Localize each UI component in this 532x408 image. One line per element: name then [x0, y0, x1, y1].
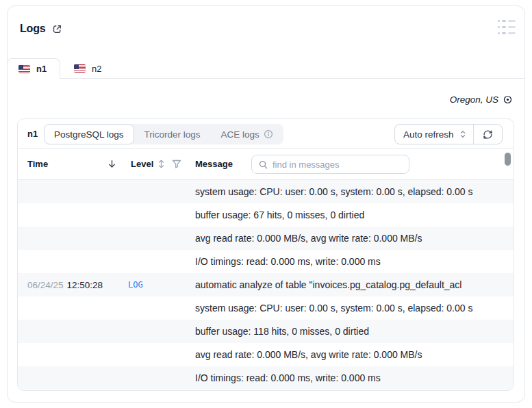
- scrollbar-thumb[interactable]: [505, 153, 511, 166]
- tab-n2-label: n2: [92, 64, 101, 74]
- tab-postgresql-logs[interactable]: PostgreSQL logs: [44, 124, 134, 144]
- auto-refresh-select[interactable]: Auto refresh: [395, 125, 474, 144]
- filter-icon[interactable]: [172, 149, 181, 179]
- log-message: system usage: CPU: user: 0.00 s, system:…: [195, 180, 472, 203]
- log-time: [27, 343, 31, 366]
- log-message: avg read rate: 0.000 MB/s, avg write rat…: [195, 227, 422, 250]
- sort-both-icon[interactable]: [157, 149, 165, 179]
- log-message: buffer usage: 118 hits, 0 misses, 0 dirt…: [195, 320, 369, 343]
- table-header: Time Level Message: [18, 149, 514, 180]
- column-level[interactable]: Level: [131, 149, 153, 179]
- log-time: [27, 320, 31, 343]
- refresh-icon: [483, 129, 493, 140]
- log-row[interactable]: buffer usage: 67 hits, 0 misses, 0 dirti…: [18, 203, 514, 227]
- log-row[interactable]: system usage: CPU: user: 0.00 s, system:…: [18, 296, 514, 320]
- info-icon: [264, 129, 273, 139]
- instance-label: n1: [27, 119, 38, 149]
- log-level: LOG: [128, 273, 143, 296]
- widget-list-icon[interactable]: [498, 18, 516, 35]
- column-message: Message: [195, 149, 233, 179]
- region-indicator: Oregon, US: [450, 94, 513, 105]
- logs-widget: Logs n1 n2 Oregon, US: [0, 0, 532, 408]
- log-time: [27, 366, 31, 390]
- log-row[interactable]: system usage: CPU: user: 0.00 s, system:…: [18, 180, 514, 203]
- log-time: [27, 250, 31, 273]
- log-row[interactable]: avg read rate: 0.000 MB/s, avg write rat…: [18, 343, 514, 366]
- refresh-button[interactable]: [474, 125, 502, 144]
- log-row[interactable]: I/O timings: read: 0.000 ms, write: 0.00…: [18, 250, 514, 273]
- logs-panel: n1 PostgreSQL logs Tricorder logs ACE lo…: [17, 118, 514, 391]
- search-icon: [259, 160, 268, 169]
- log-message: I/O timings: read: 0.000 ms, write: 0.00…: [195, 366, 381, 390]
- log-time: [27, 180, 31, 203]
- log-time: [27, 227, 31, 250]
- open-external-icon[interactable]: [52, 24, 62, 34]
- log-row[interactable]: avg read rate: 0.000 MB/s, avg write rat…: [18, 227, 514, 250]
- us-flag-icon: [18, 65, 30, 73]
- log-message: I/O timings: read: 0.000 ms, write: 0.00…: [195, 250, 381, 273]
- tab-n1-label: n1: [36, 64, 47, 74]
- column-time[interactable]: Time: [27, 149, 48, 179]
- search-input[interactable]: [273, 160, 402, 170]
- location-icon: [503, 94, 513, 105]
- log-message: system usage: CPU: user: 0.00 s, system:…: [195, 296, 472, 320]
- tab-n1[interactable]: n1: [7, 58, 60, 79]
- log-message: buffer usage: 67 hits, 0 misses, 0 dirti…: [195, 203, 364, 227]
- auto-refresh-label: Auto refresh: [403, 129, 454, 140]
- message-search[interactable]: [251, 155, 409, 174]
- refresh-controls: Auto refresh: [394, 124, 503, 144]
- log-message: automatic analyze of table "invoices.pg_…: [195, 273, 461, 296]
- tab-ace-logs[interactable]: ACE logs: [211, 124, 283, 144]
- log-message: avg read rate: 0.000 MB/s, avg write rat…: [195, 343, 422, 366]
- tab-tricorder-logs[interactable]: Tricorder logs: [134, 124, 211, 144]
- log-row[interactable]: buffer usage: 118 hits, 0 misses, 0 dirt…: [18, 320, 514, 343]
- chevron-updown-icon: [459, 129, 467, 139]
- us-flag-icon: [74, 64, 86, 73]
- tab-n2[interactable]: n2: [60, 58, 115, 79]
- log-row[interactable]: I/O timings: read: 0.000 ms, write: 0.00…: [18, 366, 514, 390]
- log-source-tabs: PostgreSQL logs Tricorder logs ACE logs: [44, 124, 283, 144]
- log-rows: system usage: CPU: user: 0.00 s, system:…: [18, 180, 514, 390]
- log-time: 06/24/2512:50:28: [27, 273, 103, 296]
- log-time: [27, 203, 31, 227]
- page-title: Logs: [20, 23, 45, 35]
- logs-card: Logs n1 n2 Oregon, US: [7, 5, 525, 403]
- log-time: [27, 296, 31, 320]
- log-row[interactable]: 06/24/2512:50:28 LOG automatic analyze o…: [18, 273, 514, 296]
- region-label: Oregon, US: [450, 94, 498, 105]
- sort-desc-icon[interactable]: [107, 149, 116, 179]
